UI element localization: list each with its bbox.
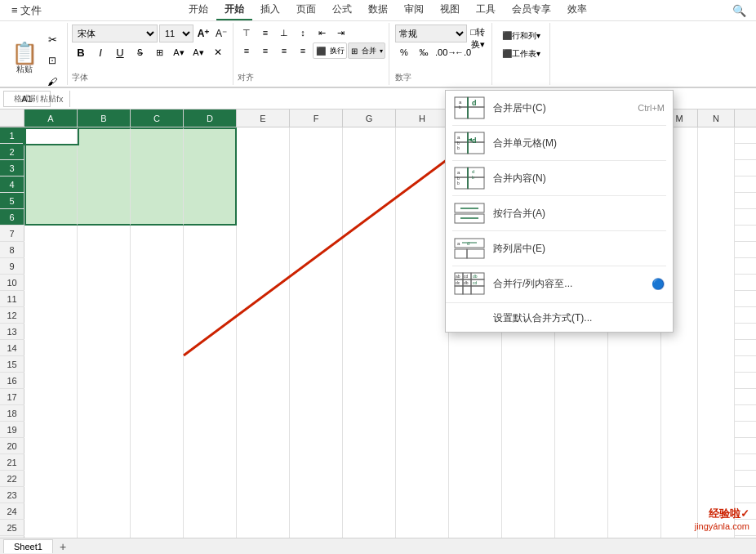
grid-cell[interactable] [608,340,661,356]
grid-cell[interactable] [608,405,661,422]
grid-cell[interactable] [131,471,184,487]
grid-cell[interactable] [131,160,184,176]
grid-cell[interactable] [290,258,343,275]
grid-cell[interactable] [698,373,735,389]
grid-cell[interactable] [237,487,290,503]
grid-cell[interactable] [24,422,78,438]
grid-cell[interactable] [449,340,502,356]
grid-cell[interactable] [78,226,131,242]
grid-cell[interactable] [24,324,78,340]
grid-cell[interactable] [449,471,502,487]
grid-cell[interactable] [237,226,290,242]
row-header[interactable]: 5 [0,193,24,208]
grid-cell[interactable] [184,275,237,291]
grid-cell[interactable] [555,405,608,422]
grid-cell[interactable] [237,291,290,307]
merge-cells-item[interactable]: a b b d 合并单元格(M) [446,126,673,160]
tab-formula[interactable]: 页面 [288,0,324,20]
grid-cell[interactable] [396,176,449,193]
tab-review[interactable]: 数据 [360,0,396,20]
grid-cell[interactable] [237,160,290,176]
grid-cell[interactable] [396,520,449,536]
grid-cell[interactable] [237,193,290,209]
grid-cell[interactable] [184,405,237,422]
grid-cell[interactable] [449,373,502,389]
grid-cell[interactable] [131,291,184,307]
grid-cell[interactable] [237,438,290,454]
grid-cell[interactable] [661,373,698,389]
grid-cell[interactable] [449,438,502,454]
grid-cell[interactable] [290,405,343,422]
tab-efficiency[interactable]: 会员专享 [504,0,559,20]
tab-view[interactable]: 审阅 [396,0,432,20]
align-center-button[interactable]: ≡ [256,42,274,59]
grid-cell[interactable] [449,487,502,503]
grid-cell[interactable] [290,503,343,520]
grid-cell[interactable] [396,127,449,144]
paste-button[interactable]: 📋 粘贴 [8,41,41,77]
grid-cell[interactable] [131,258,184,275]
align-top-button[interactable]: ⊤ [238,25,256,41]
grid-cell[interactable] [131,520,184,536]
grid-cell[interactable] [608,471,661,487]
tab-page[interactable]: 插入 [252,0,288,20]
tab-insert[interactable]: 开始 [216,0,252,20]
grid-cell[interactable] [184,503,237,520]
row-header[interactable]: 10 [0,275,24,290]
row-header[interactable]: 7 [0,226,24,241]
grid-cell[interactable] [502,340,555,356]
grid-cell[interactable] [449,422,502,438]
align-bottom-button[interactable]: ⊥ [275,25,293,41]
grid-cell[interactable] [237,324,290,340]
grid-cell[interactable] [131,438,184,454]
grid-cell[interactable] [502,405,555,422]
tab-extra[interactable]: 效率 [559,0,595,20]
grid-cell[interactable] [449,536,502,538]
grid-cell[interactable] [343,356,396,373]
grid-cell[interactable] [698,356,735,373]
grid-cell[interactable] [24,291,78,307]
grid-cell[interactable] [131,275,184,291]
row-header[interactable]: 24 [0,503,24,519]
grid-cell[interactable] [131,144,184,160]
grid-cell[interactable] [24,454,78,471]
grid-cell[interactable] [24,160,78,176]
grid-cell[interactable] [237,356,290,373]
grid-cell[interactable] [396,209,449,226]
grid-cell[interactable] [237,258,290,275]
grid-cell[interactable] [502,520,555,536]
grid-cell[interactable] [184,127,237,144]
italic-button[interactable]: I [91,44,109,60]
col-header-H[interactable]: H [396,109,449,127]
col-header-A[interactable]: A [24,109,78,127]
grid-cell[interactable] [661,389,698,405]
row-header[interactable]: 15 [0,356,24,372]
grid-cell[interactable] [343,291,396,307]
row-header[interactable]: 2 [0,144,24,159]
grid-cell[interactable] [184,454,237,471]
grid-cell[interactable] [184,258,237,275]
grid-cell[interactable] [343,307,396,324]
grid-cell[interactable] [78,356,131,373]
row-header[interactable]: 13 [0,324,24,339]
grid-cell[interactable] [237,503,290,520]
merge-content-item[interactable]: a b b d b 合并内容(N) [446,161,673,195]
grid-cell[interactable] [24,389,78,405]
convert-button[interactable]: □转换▾ [469,25,487,42]
col-header-G[interactable]: G [343,109,396,127]
grid-cell[interactable] [555,520,608,536]
row-header[interactable]: 1 [0,127,24,143]
grid-cell[interactable] [502,536,555,538]
grid-cell[interactable] [343,127,396,144]
grid-cell[interactable] [24,193,78,209]
grid-cell[interactable] [184,226,237,242]
grid-cell[interactable] [24,373,78,389]
wrap-text-button[interactable]: ⬛ 换行 [313,42,347,59]
grid-cell[interactable] [343,373,396,389]
thousands-button[interactable]: ‰ [415,44,433,60]
merge-by-row-item[interactable]: 按行合并(A) [446,196,673,230]
grid-cell[interactable] [131,356,184,373]
grid-cell[interactable] [343,226,396,242]
clear-format-button[interactable]: ✕ [209,44,227,60]
grid-cell[interactable] [237,422,290,438]
